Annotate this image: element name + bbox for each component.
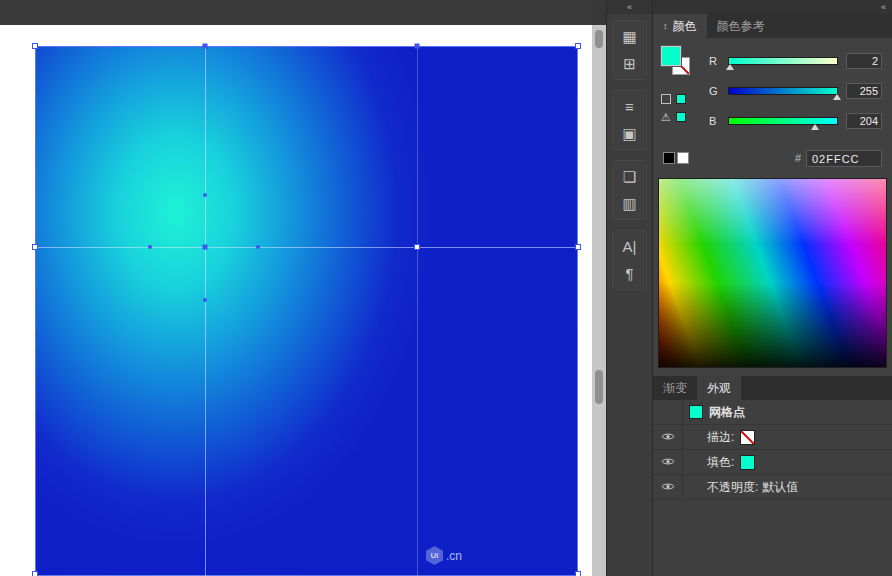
color-panel-body: ⚠ R 2 G 255 (653, 38, 892, 172)
visibility-eye-icon[interactable] (661, 430, 675, 444)
pathfinder-panel-icon[interactable]: ▣ (613, 120, 646, 147)
tab-color[interactable]: ↕ 颜色 (653, 14, 707, 38)
scrollbar-thumb-top[interactable] (595, 30, 603, 48)
fill-stroke-proxy[interactable] (661, 46, 697, 82)
in-gamut-color-swatch[interactable] (676, 112, 686, 122)
collapse-panel-icon[interactable]: « (881, 2, 886, 12)
mesh-anchor-top-1[interactable] (203, 44, 208, 49)
b-slider[interactable] (728, 117, 838, 125)
canvas-top-gap (0, 0, 592, 25)
r-value-field[interactable]: 2 (846, 53, 882, 69)
g-slider[interactable] (728, 87, 838, 95)
collapse-dock-icon[interactable]: « (627, 2, 632, 12)
mesh-direction-handle-right[interactable] (256, 245, 260, 249)
g-value-field[interactable]: 255 (846, 83, 882, 99)
tab-color-guide-label: 颜色参考 (717, 18, 765, 35)
watermark-text: .cn (446, 549, 462, 563)
stroke-label: 描边: (707, 429, 734, 446)
mesh-rectangle[interactable] (35, 46, 578, 576)
r-slider[interactable] (728, 57, 838, 65)
mesh-direction-handle-up[interactable] (203, 193, 207, 197)
hex-value-field[interactable]: 02FFCC (806, 150, 882, 167)
tab-appearance[interactable]: 外观 (697, 376, 741, 400)
g-slider-handle[interactable] (833, 94, 841, 100)
scrollbar-thumb-middle[interactable] (595, 370, 603, 404)
right-panel: « ↕ 颜色 颜色参考 ⚠ (652, 0, 892, 576)
appearance-item-title: 网格点 (709, 404, 745, 421)
selected-mesh-point[interactable] (203, 245, 208, 250)
web-safe-color-swatch[interactable] (676, 94, 686, 104)
channel-label-r: R (709, 55, 722, 67)
mesh-line-vertical-1[interactable] (205, 46, 206, 576)
canvas-area[interactable]: Ui .cn (0, 0, 592, 576)
black-swatch[interactable] (663, 152, 675, 164)
mesh-line-horizontal[interactable] (35, 247, 578, 248)
appearance-panel-tabbar: 渐变 外观 (653, 376, 892, 400)
tab-gradient-label: 渐变 (663, 380, 687, 397)
fill-proxy-swatch[interactable] (661, 46, 681, 66)
tab-color-label: 颜色 (673, 18, 697, 35)
visibility-eye-icon[interactable] (661, 455, 675, 469)
fill-row[interactable]: 填色: (653, 450, 892, 475)
selection-handle-mid-right[interactable] (575, 244, 581, 250)
tab-appearance-label: 外观 (707, 380, 731, 397)
paragraph-panel-icon[interactable]: ¶ (613, 260, 646, 287)
watermark: Ui .cn (426, 546, 462, 565)
selection-handle-bottom-right[interactable] (575, 571, 581, 576)
layers-panel-icon[interactable]: ❏ (613, 163, 646, 190)
selection-handle-top-right[interactable] (575, 43, 581, 49)
appearance-panel-body: 网格点 描边: 填色: (653, 400, 892, 576)
stroke-row[interactable]: 描边: (653, 425, 892, 450)
channel-label-b: B (709, 115, 722, 127)
b-value-field[interactable]: 204 (846, 113, 882, 129)
b-slider-handle[interactable] (811, 124, 819, 130)
appearance-item-header[interactable]: 网格点 (653, 400, 892, 425)
transform-panel-icon[interactable]: ▦ (613, 23, 646, 50)
mesh-point-right[interactable] (414, 244, 420, 250)
dock-group-1: ▦ ⊞ (612, 20, 647, 80)
mesh-direction-handle-left[interactable] (148, 245, 152, 249)
mesh-anchor-top-2[interactable] (415, 44, 420, 49)
mesh-point-swatch (689, 405, 703, 419)
dock-group-3: ❏ ▥ (612, 160, 647, 220)
vertical-scrollbar[interactable] (592, 25, 606, 576)
selection-handle-bottom-left[interactable] (32, 571, 38, 576)
character-panel-icon[interactable]: A| (613, 233, 646, 260)
color-spectrum[interactable] (658, 178, 887, 368)
channel-label-g: G (709, 85, 722, 97)
watermark-hexagon-logo: Ui (426, 546, 443, 565)
out-of-gamut-warning-icon[interactable]: ⚠ (661, 112, 671, 123)
visibility-eye-icon[interactable] (661, 480, 675, 494)
tab-gradient[interactable]: 渐变 (653, 376, 697, 400)
align-panel-icon[interactable]: ≡ (613, 93, 646, 120)
stroke-none-swatch[interactable] (740, 430, 755, 445)
fill-label: 填色: (707, 454, 734, 471)
mesh-line-vertical-2[interactable] (417, 46, 418, 576)
mesh-direction-handle-down[interactable] (203, 298, 207, 302)
white-swatch[interactable] (677, 152, 689, 164)
opacity-row[interactable]: 不透明度: 默认值 (653, 475, 892, 500)
dock-group-4: A| ¶ (612, 230, 647, 290)
hex-label: # (795, 152, 801, 164)
artboard-panel-icon[interactable]: ⊞ (613, 50, 646, 77)
color-panel-tabbar: ↕ 颜色 颜色参考 (653, 14, 892, 38)
panel-icon-dock: « ▦ ⊞ ≡ ▣ ❏ ▥ A| ¶ (606, 0, 652, 576)
artboards-panel-icon[interactable]: ▥ (613, 190, 646, 217)
out-of-web-color-icon[interactable] (661, 94, 671, 104)
tab-color-guide[interactable]: 颜色参考 (707, 14, 775, 38)
opacity-value: 默认值 (762, 479, 798, 496)
panel-options-icon[interactable]: ↕ (663, 21, 668, 31)
opacity-label: 不透明度: (707, 479, 758, 496)
dock-group-2: ≡ ▣ (612, 90, 647, 150)
fill-color-swatch[interactable] (740, 455, 755, 470)
selection-handle-top-left[interactable] (32, 43, 38, 49)
r-slider-handle[interactable] (726, 64, 734, 70)
selection-handle-mid-left[interactable] (32, 244, 38, 250)
